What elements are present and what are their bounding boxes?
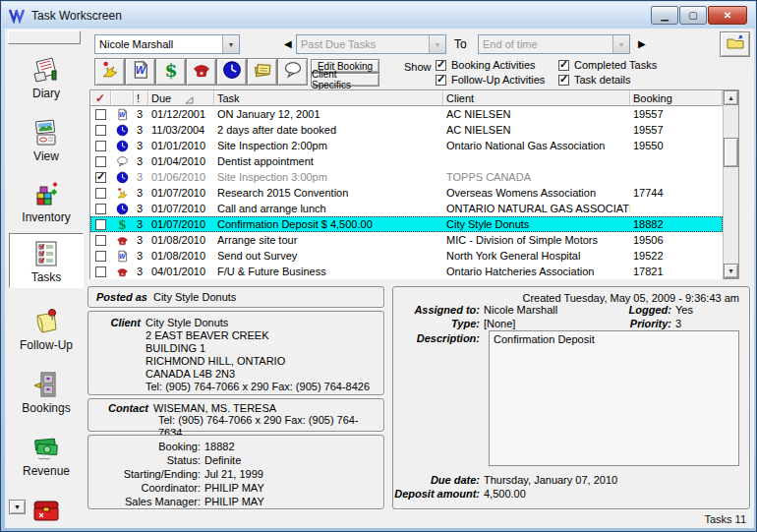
filter-task-details[interactable]: Task details (558, 74, 630, 86)
task-column-header[interactable]: Task (214, 90, 443, 106)
description-label: Description: (393, 332, 484, 344)
task-row[interactable]: 304/01/2010F/U & Future BusinessOntario … (90, 264, 723, 279)
sidebar-item-view[interactable]: View (9, 117, 84, 163)
client-name: City Style Donuts (146, 317, 376, 329)
sidebar-item-diary[interactable]: Diary (9, 54, 84, 100)
user-combobox[interactable]: Nicole Marshall ▼ (94, 34, 240, 54)
sidebar-item-tasks[interactable]: Tasks (9, 233, 84, 288)
row-task: F/U & Future Business (214, 266, 443, 277)
new-note-task-button[interactable] (247, 58, 277, 86)
checkbox[interactable] (436, 75, 446, 86)
scroll-up-button[interactable]: ▲ (724, 90, 738, 105)
posted-as-label: Posted as (96, 291, 147, 303)
task-count: Tasks 11 (704, 513, 746, 525)
clock-icon (111, 203, 134, 215)
priority-value: 3 (675, 318, 749, 329)
task-row[interactable]: 301/01/2010Site Inspection 2:00pmOntario… (90, 138, 723, 153)
checkbox[interactable] (436, 60, 446, 71)
row-select-checkbox[interactable] (90, 172, 111, 183)
maximize-button[interactable]: ▢ (679, 6, 707, 25)
checkbox[interactable] (558, 75, 569, 86)
task-row[interactable]: 301/08/2010Arrange site tourMIC - Divisi… (90, 232, 723, 248)
payment-icon: $ (161, 60, 181, 84)
filter-booking-activities[interactable]: Booking Activities (436, 59, 536, 71)
range-from-value: Past Due Tasks (297, 38, 429, 50)
icon-column-header[interactable] (111, 90, 134, 106)
comment-icon (283, 60, 303, 84)
row-select-checkbox[interactable] (90, 251, 111, 262)
row-select-checkbox[interactable] (90, 235, 111, 246)
client-column-header[interactable]: Client (443, 90, 630, 106)
row-due-date: 01/12/2001 (148, 108, 214, 120)
row-due-date: 04/01/2010 (148, 266, 214, 277)
row-select-checkbox[interactable] (90, 125, 111, 136)
range-to-combobox[interactable]: End of time ▼ (478, 34, 630, 54)
booking-sales-manager-value: PHILIP MAY (204, 495, 264, 508)
checkbox[interactable] (558, 60, 569, 71)
row-task: Call and arrange lunch (214, 203, 443, 214)
row-task: ON January 12, 2001 (214, 108, 443, 120)
new-workscreen-button[interactable] (720, 31, 750, 57)
row-booking: 19506 (630, 234, 723, 246)
priority-column-header[interactable]: ! (134, 90, 148, 106)
prev-range-button[interactable]: ◀ (284, 38, 292, 49)
new-payment-task-button[interactable]: $ (155, 58, 186, 86)
row-task: Arrange site tour (214, 234, 443, 246)
tasks-icon (10, 238, 83, 269)
filter-label: Booking Activities (451, 59, 536, 71)
booking-coordinator-label: Coordinator: (94, 481, 204, 495)
clock-icon (222, 60, 242, 84)
sidebar-item-follow-up[interactable]: Follow-Up (9, 306, 84, 352)
task-row[interactable]: 301/06/2010Site Inspection 3:00pmTOPPS C… (90, 169, 723, 185)
table-scrollbar[interactable]: ▲ ▼ (723, 90, 738, 278)
sidebar-item-label: View (9, 149, 84, 163)
filter-completed-tasks[interactable]: Completed Tasks (558, 59, 657, 71)
task-row[interactable]: W301/12/2001ON January 12, 2001AC NIELSE… (90, 106, 723, 122)
row-select-checkbox[interactable] (90, 219, 111, 230)
row-booking: 18882 (630, 218, 723, 230)
new-comment-task-button[interactable] (277, 58, 308, 86)
row-select-checkbox[interactable] (90, 204, 111, 214)
new-reminder-button[interactable] (94, 58, 125, 86)
booking-column-header[interactable]: Booking (630, 90, 723, 106)
scrollbar-thumb[interactable] (724, 138, 738, 167)
task-row[interactable]: 301/04/2010Dentist appointment (90, 153, 723, 169)
filter-follow-up-activities[interactable]: Follow-Up Activities (436, 74, 545, 86)
sidebar-item-inventory[interactable]: Inventory (9, 178, 84, 224)
row-select-checkbox[interactable] (90, 141, 111, 151)
chevron-down-icon: ▼ (612, 35, 629, 53)
row-select-checkbox[interactable] (90, 266, 111, 277)
task-row[interactable]: $301/07/2010Confirmation Deposit $ 4,500… (90, 216, 723, 232)
scroll-down-button[interactable]: ▼ (724, 264, 738, 278)
row-select-checkbox[interactable] (90, 188, 111, 199)
new-timed-task-button[interactable] (216, 58, 247, 86)
select-column-header[interactable]: ✓ (90, 90, 111, 106)
task-row[interactable]: W301/08/2010Send out SurveyNorth York Ge… (90, 248, 723, 264)
close-button[interactable]: ✕ (708, 6, 747, 25)
chevron-down-icon[interactable]: ▼ (222, 35, 239, 53)
due-column-header[interactable]: Due (148, 90, 214, 106)
sidebar-item-bookings[interactable]: Bookings (9, 369, 84, 415)
row-select-checkbox[interactable] (90, 156, 111, 167)
next-range-button[interactable]: ▶ (638, 38, 646, 49)
reminder-icon (111, 187, 134, 200)
row-booking: 19557 (630, 124, 723, 136)
sidebar-handle-button[interactable] (8, 30, 81, 44)
row-select-checkbox[interactable] (90, 109, 111, 120)
task-row[interactable]: 301/07/2010Research 2015 ConventionOvers… (90, 185, 723, 201)
minimize-button[interactable]: ▁ (651, 6, 678, 25)
new-call-task-button[interactable] (186, 58, 216, 86)
client-specifics-button[interactable]: Client Specifics (311, 73, 379, 87)
word-document-icon: W (131, 60, 150, 84)
row-priority: 3 (134, 108, 148, 120)
description-field[interactable]: Confirmation Deposit (489, 330, 739, 466)
window-title: Task Workscreen (31, 9, 122, 23)
type-label: Type: (393, 318, 484, 329)
task-row[interactable]: 311/03/20042 days after date bookedAC NI… (90, 122, 723, 138)
sidebar-item-revenue[interactable]: Revenue (9, 432, 84, 478)
titlebar[interactable]: Task Workscreen ▁ ▢ ✕ (2, 2, 755, 29)
row-task: 2 days after date booked (214, 124, 443, 136)
new-document-task-button[interactable]: W (125, 58, 155, 86)
task-row[interactable]: 301/07/2010Call and arrange lunchONTARIO… (90, 201, 723, 216)
range-from-combobox[interactable]: Past Due Tasks ▼ (296, 34, 446, 54)
